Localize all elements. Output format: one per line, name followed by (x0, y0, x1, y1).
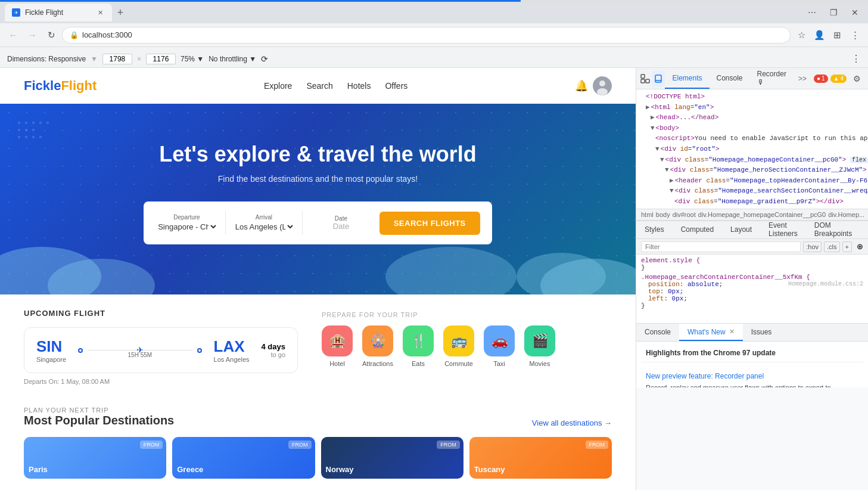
cls-filter-btn[interactable]: .cls (824, 241, 840, 252)
whatsnew-close[interactable]: ✕ (729, 328, 735, 336)
throttle-selector[interactable]: No throttling ▼ (209, 55, 256, 63)
flight-card: SIN Singapore ✈ 15H 55M LAX Los Angeles (24, 327, 298, 373)
nav-offers[interactable]: Offers (385, 81, 407, 91)
date-label: Date (310, 215, 372, 222)
new-tab-button[interactable]: + (112, 4, 129, 21)
nav-hotels[interactable]: Hotels (347, 81, 371, 91)
window-controls: ⋯ ❐ ✕ (804, 4, 863, 21)
extensions-button[interactable]: ⊞ (829, 27, 845, 44)
arrival-field: Arrival Los Angeles (LA) (233, 214, 295, 232)
dimensions-label[interactable]: Dimensions: Responsive (7, 55, 86, 63)
dest-card-paris[interactable]: FROM Paris (24, 437, 166, 479)
viewport-width-input[interactable] (102, 54, 132, 64)
rule-source[interactable]: Homepage.module.css:2 (788, 281, 863, 287)
restore-button[interactable]: ❐ (825, 4, 842, 21)
route-line: ✈ (88, 350, 192, 351)
date-input[interactable]: Date (310, 222, 372, 231)
breadcrumb-root[interactable]: div#root (673, 211, 696, 218)
view-all-button[interactable]: View all destinations → (532, 418, 612, 427)
add-style-btn[interactable]: + (842, 241, 852, 252)
device-mode-button[interactable] (652, 70, 665, 87)
code-line-html: ▶<html lang="en"> (636, 103, 868, 113)
styles-filter-bar: :hov .cls + ⊕ (636, 239, 868, 255)
destinations-subtitle: PLAN YOUR NEXT TRIP (24, 407, 174, 414)
responsive-toolbar: Dimensions: Responsive ▼ × 75% ▼ No thro… (0, 50, 868, 68)
tab-close-button[interactable]: ✕ (95, 8, 105, 17)
settings-button[interactable]: ⋮ (847, 27, 863, 44)
dest-card-tuscany[interactable]: FROM Tuscany (469, 437, 612, 479)
arrival-select[interactable]: Los Angeles (LA) (233, 222, 295, 232)
whatsnew-tab[interactable]: What's New ✕ (679, 324, 743, 341)
logo-accent: Flight (61, 78, 97, 93)
inspect-element-button[interactable] (639, 70, 652, 87)
prep-taxi[interactable]: 🚗 Taxi (484, 325, 515, 367)
code-line-head: ▶<head>...</head> (636, 113, 868, 123)
prepare-icons-row: 🏨 Hotel 🎡 Attractions 🍴 Eats 🚌 Commute (322, 325, 612, 367)
properties-tab[interactable]: Properties (860, 221, 868, 238)
whatsnew-title-1[interactable]: New preview feature: Recorder panel (646, 372, 858, 380)
prep-commute[interactable]: 🚌 Commute (443, 325, 474, 367)
prepare-title: PREPARE FOR YOUR TRIP (322, 311, 612, 318)
new-style-rule-btn[interactable]: ⊕ (857, 242, 863, 251)
elements-tab[interactable]: Elements (665, 68, 709, 89)
styles-filter-input[interactable] (641, 241, 801, 252)
settings-icon[interactable]: ⚙ (849, 70, 866, 87)
issues-tab[interactable]: Issues (743, 324, 780, 341)
whatsnew-panel: Highlights from the Chrome 97 update New… (636, 342, 868, 387)
reload-button[interactable]: ↻ (43, 27, 60, 44)
styles-tab[interactable]: Styles (636, 221, 673, 238)
zoom-selector[interactable]: 75% ▼ (181, 55, 204, 63)
console-tab[interactable]: Console (710, 68, 750, 89)
dest-card-greece[interactable]: FROM Greece (172, 437, 315, 479)
rotate-icon[interactable]: ⟳ (261, 54, 268, 64)
arrival-label: Arrival (233, 214, 295, 221)
close-button[interactable]: ✕ (847, 4, 863, 21)
destinations-text: PLAN YOUR NEXT TRIP Most Popular Destina… (24, 407, 174, 427)
dest-card-norway[interactable]: FROM Norway (321, 437, 463, 479)
prep-attractions[interactable]: 🎡 Attractions (362, 325, 393, 367)
prep-movies[interactable]: 🎬 Movies (524, 325, 555, 367)
bottom-tabs: Styles Computed Layout Event Listeners D… (636, 221, 868, 239)
bookmark-button[interactable]: ☆ (793, 27, 810, 44)
search-container-selector: .Homepage_searchContainerContainer__5xfK… (641, 274, 810, 281)
profile-button[interactable]: 👤 (811, 27, 827, 44)
departure-field: Departure Singapore - Changi (SIN) (155, 214, 217, 232)
breadcrumb-homepage-div[interactable]: div.Homep... (828, 211, 864, 218)
route-start-dot (78, 348, 83, 353)
security-icon: 🔒 (70, 31, 79, 39)
viewport-height-input[interactable] (146, 54, 176, 64)
breadcrumb-body[interactable]: body (656, 211, 670, 218)
dom-breakpoints-tab[interactable]: DOM Breakpoints (806, 221, 860, 238)
attractions-label: Attractions (362, 360, 393, 367)
notification-icon[interactable]: 🔔 (575, 79, 588, 92)
user-avatar[interactable] (593, 76, 612, 95)
recorder-tab[interactable]: Recorder 🎙 (750, 68, 794, 89)
minimize-button[interactable]: ⋯ (804, 4, 820, 21)
nav-search[interactable]: Search (306, 81, 332, 91)
commute-label: Commute (444, 360, 473, 367)
prep-eats[interactable]: 🍴 Eats (403, 325, 434, 367)
event-listeners-tab[interactable]: Event Listeners (760, 221, 806, 238)
upcoming-flight-section: UPCOMING FLIGHT SIN Singapore ✈ 15H 55M (24, 309, 298, 385)
back-button[interactable]: ← (5, 27, 21, 44)
styles-content: element.style { } .Homepage_searchContai… (636, 255, 868, 323)
address-bar[interactable]: 🔒 localhost:3000 (62, 27, 791, 44)
code-line-doctype: <!DOCTYPE html> (636, 92, 868, 103)
breadcrumb-html[interactable]: html (641, 211, 654, 218)
forward-button[interactable]: → (24, 27, 41, 44)
devtools-options-button[interactable]: ⋮ (851, 53, 861, 64)
days-count: 4 days (262, 342, 285, 351)
hover-filter-btn[interactable]: :hov (803, 241, 822, 252)
date-field: Date Date (310, 215, 372, 231)
more-tabs-button[interactable]: >> (794, 75, 811, 83)
prep-hotel[interactable]: 🏨 Hotel (322, 325, 353, 367)
breadcrumb-homepage[interactable]: div.Homepage_homepageContainer__pcG0 (698, 211, 826, 218)
element-style-rule: element.style { } (641, 257, 863, 271)
console-bottom-tab[interactable]: Console (636, 324, 679, 341)
active-tab[interactable]: ✈ Fickle Flight ✕ (5, 4, 112, 21)
search-flights-button[interactable]: SEARCH FLIGHTS (379, 212, 480, 235)
computed-tab[interactable]: Computed (673, 221, 722, 238)
departure-select[interactable]: Singapore - Changi (SIN) (155, 222, 217, 232)
layout-tab[interactable]: Layout (722, 221, 760, 238)
nav-explore[interactable]: Explore (264, 81, 292, 91)
